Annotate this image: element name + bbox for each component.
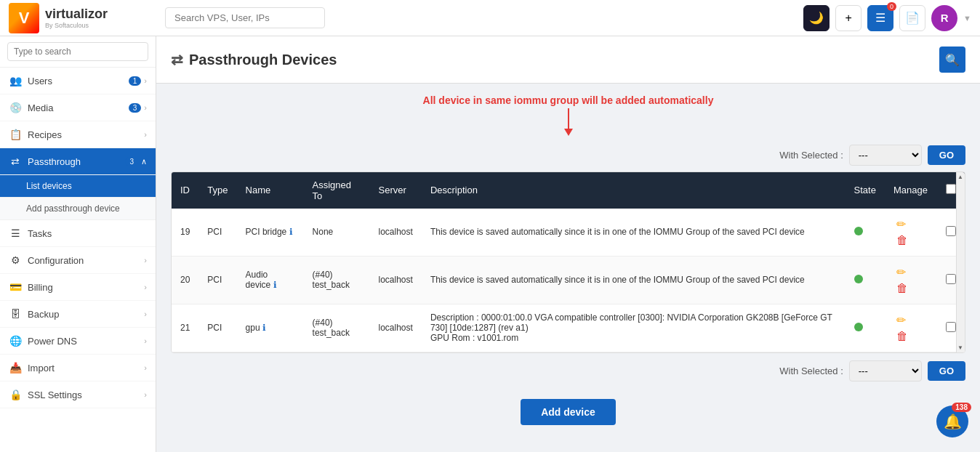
cell-id: 19 [172, 209, 198, 257]
sidebar-item-passthrough[interactable]: ⇄ Passthrough 3 ∧ [0, 148, 156, 175]
add-device-area: Add device [171, 387, 965, 431]
dark-mode-button[interactable]: 🌙 [803, 5, 830, 31]
go-button-top[interactable]: GO [928, 145, 965, 165]
with-selected-select-top[interactable]: --- [849, 145, 922, 166]
doc-button[interactable]: 📄 [899, 5, 925, 31]
delete-button[interactable]: 🗑 [893, 328, 911, 344]
select-all-checkbox[interactable] [946, 184, 956, 194]
sidebar-item-import[interactable]: 📥 Import › [0, 355, 156, 382]
cell-state [846, 209, 885, 257]
sidebar-label-ssl: SSL Settings [28, 390, 144, 400]
status-dot [854, 275, 863, 283]
info-icon[interactable]: ℹ [273, 280, 277, 290]
with-selected-bar-top: With Selected : --- GO [171, 145, 965, 166]
sidebar-label-media: Media [28, 102, 129, 113]
chevron-icon-configuration: › [144, 256, 147, 265]
sidebar-badge-media: 3 [129, 103, 142, 113]
with-selected-label-bottom: With Selected : [779, 366, 843, 376]
cell-manage: ✏ 🗑 [885, 256, 937, 304]
cell-assigned-to: (#40)test_back [304, 304, 370, 352]
edit-button[interactable]: ✏ [893, 312, 909, 328]
row-checkbox[interactable] [946, 226, 956, 236]
sidebar-item-billing[interactable]: 💳 Billing › [0, 274, 156, 301]
avatar[interactable]: R [931, 5, 957, 31]
col-description: Description [422, 172, 846, 209]
iommu-arrow [564, 108, 573, 136]
cell-type: PCI [198, 304, 236, 352]
scroll-down-icon[interactable]: ▼ [956, 343, 965, 352]
chevron-icon-import: › [144, 363, 147, 372]
passthrough-icon: ⇄ [9, 155, 22, 168]
add-device-button[interactable]: Add device [521, 399, 616, 425]
chevron-icon-ssl: › [144, 390, 147, 399]
chevron-down-icon: ▼ [963, 14, 971, 23]
sidebar-item-media[interactable]: 💿 Media 3 › [0, 94, 156, 121]
sidebar-item-tasks[interactable]: ☰ Tasks [0, 220, 156, 247]
sidebar-subitem-list-devices[interactable]: List devices [0, 175, 156, 198]
devices-table: ID Type Name Assigned To Server Descript… [172, 172, 965, 352]
sidebar-item-recipes[interactable]: 📋 Recipes › [0, 121, 156, 148]
usb-icon: ⇄ [171, 51, 183, 68]
media-icon: 💿 [9, 101, 22, 114]
sidebar-item-configuration[interactable]: ⚙ Configuration › [0, 247, 156, 274]
arrow-head [564, 129, 573, 136]
edit-button[interactable]: ✏ [893, 264, 909, 281]
topbar-icons: 🌙 + ☰ 0 📄 R ▼ [803, 5, 971, 31]
scroll-up-icon[interactable]: ▲ [956, 172, 965, 182]
col-assigned-to: Assigned To [304, 172, 370, 209]
info-icon[interactable]: ℹ [289, 227, 293, 237]
scrollbar[interactable]: ▲ ▼ [956, 172, 965, 352]
sidebar-label-billing: Billing [28, 282, 144, 293]
table-row: 20 PCI Audio device ℹ (#40)test_back loc… [172, 256, 965, 304]
iommu-note: All device in same iommu group will be a… [171, 94, 965, 108]
list-button[interactable]: ☰ 0 [867, 5, 893, 31]
sidebar-item-power-dns[interactable]: 🌐 Power DNS › [0, 328, 156, 355]
backup-icon: 🗄 [9, 307, 22, 320]
sidebar-badge-passthrough: 3 [125, 157, 138, 166]
notification-bell-button[interactable]: 🔔 138 [936, 405, 968, 437]
sidebar-badge-users: 1 [129, 76, 142, 86]
row-checkbox[interactable] [946, 274, 956, 284]
page-search-button[interactable]: 🔍 [939, 47, 965, 73]
cell-manage: ✏ 🗑 [885, 304, 937, 352]
devices-table-wrapper: ▲ ▼ ID Type Name Assigned To Server Desc… [171, 171, 965, 353]
global-search[interactable] [165, 7, 803, 28]
page-content: All device in same iommu group will be a… [156, 84, 980, 452]
chevron-icon-power-dns: › [144, 336, 147, 345]
sidebar-item-ssl-settings[interactable]: 🔒 SSL Settings › [0, 382, 156, 408]
delete-button[interactable]: 🗑 [893, 281, 911, 296]
list-devices-label: List devices [26, 181, 72, 191]
sidebar-item-users[interactable]: 👥 Users 1 › [0, 68, 156, 94]
iommu-note-text: All device in same iommu group will be a… [423, 94, 714, 106]
sidebar-subitem-add-passthrough[interactable]: Add passthrough device [0, 198, 156, 220]
row-checkbox[interactable] [946, 322, 956, 332]
with-selected-select-bottom[interactable]: --- [849, 360, 922, 382]
add-button[interactable]: + [835, 5, 861, 31]
info-icon[interactable]: ℹ [262, 323, 266, 333]
chevron-icon-passthrough: ∧ [141, 157, 147, 166]
list-icon: ☰ [875, 11, 885, 25]
sidebar-label-backup: Backup [28, 309, 144, 320]
cell-server: localhost [370, 304, 422, 352]
cell-server: localhost [370, 256, 422, 304]
col-name: Name [237, 172, 304, 209]
cell-description: Description : 0000:01:00.0 VGA compatibl… [422, 304, 846, 352]
recipes-icon: 📋 [9, 128, 22, 141]
go-button-bottom[interactable]: GO [928, 361, 965, 381]
sidebar-search-input[interactable] [7, 42, 148, 61]
sidebar-item-backup[interactable]: 🗄 Backup › [0, 301, 156, 328]
topbar: V virtualizor By Softaculous 🌙 + ☰ 0 📄 R… [0, 0, 980, 36]
delete-button[interactable]: 🗑 [893, 233, 911, 249]
sidebar-label-configuration: Configuration [28, 255, 144, 266]
col-manage: Manage [885, 172, 937, 209]
sidebar-search[interactable] [0, 36, 156, 68]
page-title: ⇄ Passthrough Devices [171, 51, 337, 68]
doc-icon: 📄 [905, 11, 920, 25]
notification-bell[interactable]: 🔔 138 [936, 405, 968, 437]
sidebar-label-passthrough: Passthrough [28, 156, 125, 167]
cell-name: Audio device ℹ [237, 256, 304, 304]
global-search-input[interactable] [165, 7, 325, 28]
edit-button[interactable]: ✏ [893, 216, 909, 233]
col-type: Type [198, 172, 236, 209]
power-dns-icon: 🌐 [9, 334, 22, 347]
